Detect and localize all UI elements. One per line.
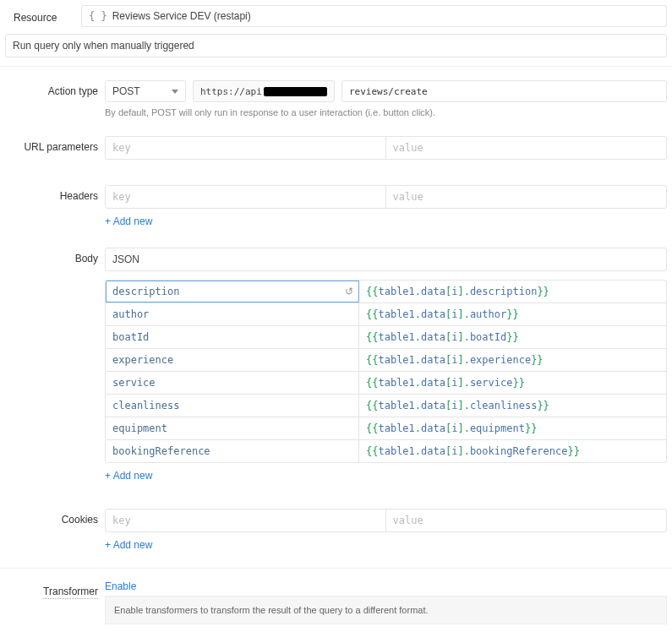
- table-row: author{{table1.data[i].author}}: [106, 302, 666, 325]
- body-json-table: description↺{{table1.data[i].description…: [105, 280, 667, 463]
- resource-label: Resource: [5, 8, 81, 24]
- body-label: Body: [5, 248, 105, 483]
- body-key-input[interactable]: description↺: [106, 281, 359, 302]
- base-url-display: https://api: [193, 80, 335, 102]
- cookie-value-input[interactable]: value: [386, 509, 667, 531]
- body-type-select[interactable]: JSON: [105, 248, 667, 271]
- header-value-input[interactable]: value: [386, 186, 667, 208]
- headers-label: Headers: [5, 185, 105, 229]
- add-header-button[interactable]: + Add new: [105, 214, 667, 229]
- run-trigger-select[interactable]: Run query only when manually triggered: [5, 34, 667, 57]
- divider: [0, 568, 672, 569]
- body-value-input[interactable]: {{table1.data[i].boatId}}: [359, 326, 666, 348]
- action-type-section: Action type POST https://api reviews/cre…: [0, 77, 672, 121]
- body-value-input[interactable]: {{table1.data[i].bookingReference}}: [359, 440, 666, 462]
- cookie-key-input[interactable]: key: [106, 509, 386, 531]
- add-body-field-button[interactable]: + Add new: [105, 468, 667, 483]
- body-key-input[interactable]: bookingReference: [106, 440, 359, 462]
- resource-value: Reviews Service DEV (restapi): [112, 10, 251, 22]
- body-key-input[interactable]: service: [106, 372, 359, 394]
- resource-row: Resource { } Reviews Service DEV (restap…: [0, 0, 672, 30]
- cookies-table: key value: [105, 509, 667, 532]
- url-path-input[interactable]: reviews/create: [341, 80, 667, 102]
- cookies-section: Cookies key value + Add new: [0, 505, 672, 556]
- body-key-input[interactable]: author: [106, 303, 359, 325]
- headers-section: Headers key value + Add new: [0, 182, 672, 232]
- history-icon[interactable]: ↺: [345, 286, 353, 297]
- table-row: service{{table1.data[i].service}}: [106, 371, 666, 394]
- table-row: experience{{table1.data[i].experience}}: [106, 348, 666, 371]
- body-key-input[interactable]: experience: [106, 349, 359, 371]
- resource-selector[interactable]: { } Reviews Service DEV (restapi): [81, 5, 667, 27]
- braces-icon: { }: [89, 10, 107, 22]
- transformer-section: Transformer Enable Enable transformers t…: [0, 580, 672, 628]
- body-section: Body JSON description↺{{table1.data[i].d…: [0, 244, 672, 487]
- body-value-input[interactable]: {{table1.data[i].cleanliness}}: [359, 395, 666, 417]
- divider: [0, 66, 672, 67]
- body-type-value: JSON: [112, 253, 139, 265]
- http-method-select[interactable]: POST: [105, 80, 186, 102]
- enable-transformer-link[interactable]: Enable: [105, 580, 136, 592]
- base-url-prefix: https://api: [200, 86, 262, 97]
- table-row: key value: [106, 137, 666, 159]
- url-parameters-label: URL parameters: [5, 136, 105, 160]
- body-value-input[interactable]: {{table1.data[i].description}}: [359, 281, 666, 302]
- body-key-input[interactable]: cleanliness: [106, 395, 359, 417]
- body-key-input[interactable]: boatId: [106, 326, 359, 348]
- body-value-input[interactable]: {{table1.data[i].service}}: [359, 372, 666, 394]
- transformer-label: Transformer: [5, 580, 105, 624]
- action-type-hint: By default, POST will only run in respon…: [105, 107, 667, 117]
- cookies-label: Cookies: [5, 509, 105, 553]
- url-params-table: key value: [105, 136, 667, 160]
- body-value-input[interactable]: {{table1.data[i].author}}: [359, 303, 666, 325]
- header-key-input[interactable]: key: [106, 186, 386, 208]
- http-method-value: POST: [112, 85, 140, 97]
- table-row: equipment{{table1.data[i].equipment}}: [106, 417, 666, 439]
- table-row: bookingReference{{table1.data[i].booking…: [106, 439, 666, 462]
- action-type-label: Action type: [5, 80, 105, 117]
- table-row: description↺{{table1.data[i].description…: [106, 281, 666, 302]
- table-row: cleanliness{{table1.data[i].cleanliness}…: [106, 394, 666, 417]
- table-row: key value: [106, 509, 666, 531]
- url-param-key-input[interactable]: key: [106, 137, 386, 159]
- body-key-input[interactable]: equipment: [106, 417, 359, 439]
- transformer-description: Enable transformers to transform the res…: [105, 596, 667, 624]
- add-cookie-button[interactable]: + Add new: [105, 537, 667, 553]
- run-trigger-text: Run query only when manually triggered: [13, 40, 194, 52]
- url-param-value-input[interactable]: value: [386, 137, 667, 159]
- body-value-input[interactable]: {{table1.data[i].equipment}}: [359, 417, 666, 439]
- url-path-text: reviews/create: [349, 86, 428, 97]
- url-parameters-section: URL parameters key value: [0, 133, 672, 163]
- table-row: key value: [106, 186, 666, 208]
- table-row: boatId{{table1.data[i].boatId}}: [106, 325, 666, 348]
- redacted-url: [264, 87, 327, 96]
- chevron-down-icon: [172, 90, 178, 94]
- headers-table: key value: [105, 185, 667, 209]
- body-value-input[interactable]: {{table1.data[i].experience}}: [359, 349, 666, 371]
